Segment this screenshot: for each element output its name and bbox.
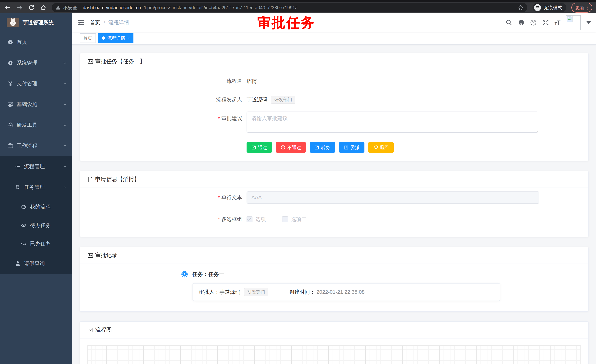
toolbox-icon <box>7 122 13 128</box>
dept-tag: 研发部门 <box>271 96 295 104</box>
sidebar-collapse-icon[interactable] <box>77 19 85 26</box>
checkbox-checked-icon <box>246 216 253 222</box>
sidebar-item-payment[interactable]: 支付管理 <box>0 73 72 94</box>
sidebar-item-label: 我的流程 <box>30 203 67 210</box>
forward-icon[interactable] <box>16 4 23 11</box>
update-label: 更新 <box>575 5 585 11</box>
initiator-value: 芋道源码 <box>246 93 267 106</box>
breadcrumb-current: 流程详情 <box>108 19 129 26</box>
card-header: 流程图 <box>80 322 588 338</box>
incognito-icon <box>534 4 541 11</box>
github-icon[interactable] <box>518 19 525 26</box>
bookmark-star-icon[interactable] <box>518 5 524 11</box>
app-title: 芋道管理系统 <box>22 19 54 26</box>
checkbox-label: 选项一 <box>255 216 271 223</box>
process-diagram-card: 流程图 <box>80 321 589 364</box>
sidebar-item-label: 支付管理 <box>17 80 60 87</box>
delegate-button[interactable]: 委派 <box>339 142 365 153</box>
sidebar-item-workflow[interactable]: 工作流程 <box>0 135 72 156</box>
home-icon[interactable] <box>40 4 47 11</box>
sidebar-item-label: 首页 <box>17 39 67 46</box>
sidebar-item-my-process[interactable]: 我的流程 <box>0 197 72 216</box>
url-host: dashboard.yudao.iocoder.cn <box>83 5 141 10</box>
chevron-up-icon <box>63 144 67 148</box>
dept-tag: 研发部门 <box>244 288 268 296</box>
card-header: 申请信息【滔博】 <box>80 171 588 188</box>
dashboard-icon <box>7 39 13 45</box>
sidebar-item-system[interactable]: 系统管理 <box>0 52 72 73</box>
reject-button[interactable]: 不通过 <box>276 142 306 153</box>
approval-task-card: 审批任务【任务一】 流程名 滔博 流程发起人 芋道源码 研发部门 <box>80 53 589 161</box>
help-icon[interactable] <box>530 19 537 26</box>
avatar-dropdown-icon[interactable] <box>586 21 591 24</box>
tag-process-detail[interactable]: 流程详情 × <box>98 33 134 43</box>
font-size-icon[interactable]: TT <box>555 20 560 26</box>
picture-icon <box>87 253 93 258</box>
card-header: 审批记录 <box>80 247 588 264</box>
url-divider <box>80 5 80 10</box>
sidebar-item-label: 工作流程 <box>17 142 60 149</box>
created-value: 2022-01-21 22:35:08 <box>317 289 365 295</box>
return-button[interactable]: 退回 <box>368 142 394 153</box>
search-icon[interactable] <box>506 19 512 26</box>
workflow-submenu: 流程管理 任务管理 我的流程 待办任务 <box>0 156 72 274</box>
tags-view: 首页 流程详情 × <box>72 32 596 45</box>
approval-record-item: 审批人： 芋道源码 研发部门 创建时间： 2022-01-21 22:35:08 <box>193 283 500 301</box>
sidebar-item-done-tasks[interactable]: 已办任务 <box>0 234 72 253</box>
warning-icon <box>56 5 61 10</box>
picture-icon <box>87 327 93 333</box>
button-label: 不通过 <box>287 145 301 151</box>
briefcase-icon <box>7 143 13 149</box>
fullscreen-icon[interactable] <box>542 19 549 26</box>
checkbox-group: 选项一 选项二 <box>246 216 306 223</box>
created-label: 创建时间： <box>289 289 315 295</box>
eye-closed-icon <box>21 241 27 247</box>
field-label: 单行文本 <box>87 191 246 204</box>
sidebar-item-infra[interactable]: 基础设施 <box>0 94 72 115</box>
browser-chrome: 不安全 dashboard.yudao.iocoder.cn/bpm/proce… <box>0 0 596 13</box>
button-label: 退回 <box>380 145 389 151</box>
sidebar-item-devtools[interactable]: 研发工具 <box>0 115 72 135</box>
text-field-row: 单行文本 AAA <box>87 191 581 204</box>
sidebar-item-label: 研发工具 <box>17 122 60 129</box>
breadcrumb-home[interactable]: 首页 <box>90 19 100 26</box>
reload-icon[interactable] <box>28 4 35 11</box>
sidebar-item-task-mgmt[interactable]: 任务管理 <box>0 177 72 197</box>
process-name-row: 流程名 滔博 <box>87 74 581 88</box>
app-logo-row[interactable]: 芋道管理系统 <box>0 13 72 32</box>
bpmn-canvas[interactable] <box>87 345 581 364</box>
breadcrumb: 首页 / 流程详情 <box>90 19 129 26</box>
sidebar-item-leave-query[interactable]: 请假查询 <box>0 253 72 274</box>
close-icon[interactable]: × <box>127 36 130 40</box>
sidebar-item-home[interactable]: 首页 <box>0 32 72 52</box>
monitor-icon <box>7 101 13 107</box>
sidebar-item-label: 任务管理 <box>24 184 60 191</box>
checkbox-option-2: 选项二 <box>282 216 306 223</box>
clock-icon <box>181 271 188 277</box>
active-dot <box>102 36 105 40</box>
card-header: 审批任务【任务一】 <box>80 53 588 70</box>
card-title: 审批记录 <box>95 252 117 259</box>
chevron-up-icon <box>63 185 67 189</box>
field-label: 流程名 <box>87 74 246 88</box>
update-button[interactable]: 更新 <box>571 3 592 13</box>
suggestion-textarea[interactable] <box>246 111 538 133</box>
field-label: 多选框组 <box>87 215 246 223</box>
list-icon <box>15 163 21 169</box>
field-label: 流程发起人 <box>87 93 246 106</box>
sidebar-item-todo-tasks[interactable]: 待办任务 <box>0 216 72 234</box>
button-label: 通过 <box>258 145 267 151</box>
field-label: 审批建议 <box>87 111 246 122</box>
incognito-badge: 无痕模式 <box>533 3 566 12</box>
card-title: 审批任务【任务一】 <box>95 58 145 65</box>
back-icon[interactable] <box>4 4 11 11</box>
tag-home[interactable]: 首页 <box>80 33 96 43</box>
avatar[interactable] <box>566 15 581 30</box>
transfer-button[interactable]: 转办 <box>310 142 335 153</box>
chevron-down-icon <box>63 81 67 86</box>
approve-button[interactable]: 通过 <box>246 142 272 153</box>
browser-menu-icon[interactable] <box>588 6 589 10</box>
sidebar-item-process-mgmt[interactable]: 流程管理 <box>0 156 72 177</box>
url-bar[interactable]: 不安全 dashboard.yudao.iocoder.cn/bpm/proce… <box>52 3 527 12</box>
yen-icon <box>7 81 13 87</box>
